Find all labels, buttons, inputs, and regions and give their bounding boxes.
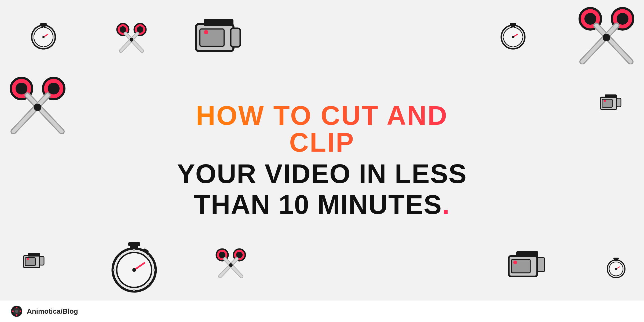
svg-point-5 <box>42 36 45 38</box>
brand-label: Animotica/Blog <box>27 307 78 316</box>
svg-point-32 <box>513 46 514 47</box>
svg-point-69 <box>133 289 135 291</box>
svg-point-108 <box>20 310 21 312</box>
svg-rect-95 <box>613 258 619 259</box>
svg-rect-66 <box>128 242 140 246</box>
svg-point-31 <box>513 27 514 28</box>
brand-icon <box>11 305 23 317</box>
svg-point-45 <box>16 83 27 94</box>
svg-point-100 <box>608 268 609 269</box>
svg-point-9 <box>53 36 54 38</box>
camera-icon-mid-right <box>598 91 623 115</box>
scissors-icon-top-far-right <box>577 5 636 64</box>
svg-point-34 <box>522 36 524 38</box>
svg-point-77 <box>132 268 136 272</box>
svg-point-47 <box>48 83 60 94</box>
svg-point-91 <box>513 261 517 264</box>
svg-point-107 <box>12 310 14 312</box>
svg-point-105 <box>16 307 17 308</box>
stopwatch-icon-top-left <box>27 19 59 51</box>
scissors-icon-bottom-center <box>215 247 247 279</box>
stopwatch-icon-top-right <box>496 19 529 51</box>
svg-point-101 <box>623 268 624 269</box>
svg-point-74 <box>119 283 121 285</box>
svg-rect-23 <box>231 28 240 47</box>
svg-point-73 <box>147 255 149 257</box>
scissors-icon-top-center-left <box>115 21 148 54</box>
stopwatch-icon-bottom-far-right <box>604 255 628 279</box>
svg-rect-55 <box>605 94 617 98</box>
svg-point-30 <box>512 36 514 38</box>
headline-line3: THAN 10 MINUTES. <box>194 189 450 219</box>
svg-point-36 <box>584 13 596 25</box>
svg-point-43 <box>603 34 610 41</box>
svg-point-75 <box>147 283 149 285</box>
svg-point-38 <box>617 13 628 25</box>
svg-rect-59 <box>25 258 35 266</box>
scissors-icon-mid-left <box>8 75 67 134</box>
svg-point-24 <box>204 30 208 34</box>
stopwatch-icon-bottom-center-left <box>105 236 164 295</box>
camera-icon-bottom-left <box>21 250 46 274</box>
svg-rect-61 <box>40 257 44 265</box>
svg-point-18 <box>130 38 133 42</box>
svg-point-98 <box>616 261 617 262</box>
svg-point-33 <box>503 36 504 38</box>
svg-point-52 <box>34 104 41 111</box>
svg-point-71 <box>153 269 155 271</box>
headline-lines23: YOUR VIDEO IN LESS THAN 10 MINUTES. <box>161 158 483 220</box>
svg-point-86 <box>229 263 233 267</box>
svg-point-70 <box>113 269 115 271</box>
svg-point-106 <box>16 314 17 316</box>
svg-point-104 <box>15 310 18 313</box>
svg-rect-28 <box>510 23 516 25</box>
svg-point-72 <box>119 255 121 257</box>
svg-rect-54 <box>602 99 612 107</box>
svg-rect-90 <box>537 258 545 272</box>
headline-line2: YOUR VIDEO IN LESS <box>177 159 467 189</box>
svg-rect-22 <box>204 19 233 26</box>
svg-rect-60 <box>28 253 40 257</box>
svg-point-57 <box>604 100 606 102</box>
svg-rect-89 <box>516 251 538 257</box>
camera-icon-bottom-center-right <box>504 244 547 287</box>
camera-icon-top-center <box>188 8 247 67</box>
svg-point-68 <box>133 249 135 251</box>
svg-rect-56 <box>617 98 621 107</box>
center-text-block: HOW TO CUT AND CLIP YOUR VIDEO IN LESS T… <box>161 102 483 220</box>
svg-point-97 <box>615 268 617 270</box>
svg-point-8 <box>33 36 35 38</box>
svg-point-6 <box>43 27 44 28</box>
headline-line1: HOW TO CUT AND CLIP <box>161 102 483 156</box>
svg-rect-3 <box>40 23 47 25</box>
bottom-bar: Animotica/Blog <box>0 301 644 322</box>
main-canvas: HOW TO CUT AND CLIP YOUR VIDEO IN LESS T… <box>0 0 644 322</box>
svg-rect-21 <box>200 29 224 46</box>
svg-point-99 <box>616 276 617 277</box>
svg-point-62 <box>27 258 29 260</box>
svg-point-7 <box>43 46 44 47</box>
